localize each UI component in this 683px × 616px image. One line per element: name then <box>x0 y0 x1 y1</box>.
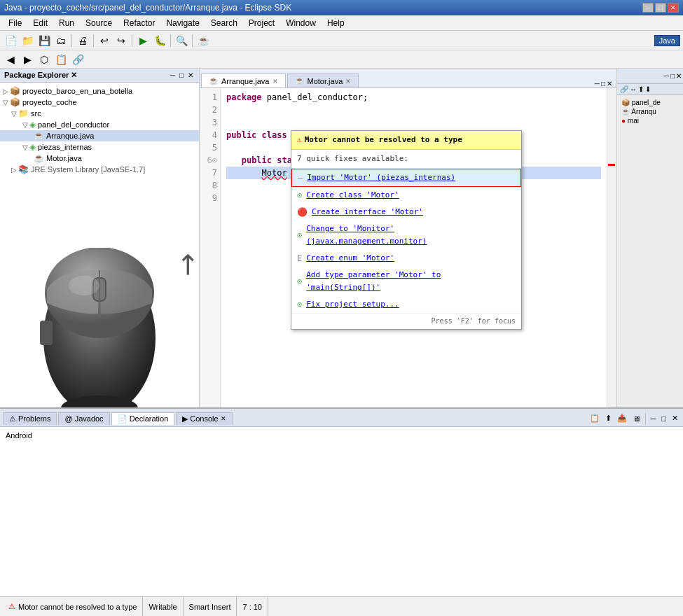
bt-btn3[interactable]: 📤 <box>615 413 629 424</box>
qf-create-enum-link[interactable]: Create enum 'Motor' <box>306 252 394 265</box>
pe-maximize-button[interactable]: □ <box>178 71 185 79</box>
close-button[interactable]: ✕ <box>668 3 679 13</box>
rp-icon1[interactable]: 🔗 <box>620 85 628 93</box>
bt-min-btn[interactable]: ─ <box>649 414 658 424</box>
redo-button[interactable]: ↪ <box>113 33 129 48</box>
menu-project[interactable]: Project <box>243 17 280 29</box>
qf-create-interface-link[interactable]: Create interface 'Motor' <box>312 206 423 218</box>
undo-button[interactable]: ↩ <box>97 33 112 48</box>
java-perspective-button[interactable]: ☕ <box>195 33 211 48</box>
line-num-1: 1 <box>202 91 217 104</box>
bt-btn1[interactable]: 📋 <box>588 413 602 424</box>
rp-min-btn[interactable]: ─ <box>664 72 669 80</box>
pe-close-button[interactable]: ✕ <box>186 71 195 79</box>
qf-change-monitor-link[interactable]: Change to 'Monitor' (javax.management.mo… <box>306 223 516 248</box>
qf-item-create-interface[interactable]: 🔴 Create interface 'Motor' <box>291 204 521 220</box>
bt-close-btn[interactable]: ✕ <box>670 413 680 424</box>
menu-edit[interactable]: Edit <box>27 17 53 29</box>
qf-item-import[interactable]: – Import 'Motor' (piezas_internas) <box>291 169 521 187</box>
menu-navigate[interactable]: Navigate <box>160 17 205 29</box>
tab-console[interactable]: ▶ Console ✕ <box>176 412 232 425</box>
qf-error-icon: ⚠ <box>297 134 302 146</box>
tree-item-piezas[interactable]: ▽ ◈ piezas_internas <box>0 141 199 153</box>
minimize-button[interactable]: ─ <box>642 3 654 13</box>
tab-arranque-label: Arranque.java <box>221 77 270 85</box>
save-all-button[interactable]: 🗂 <box>53 33 69 48</box>
tree-item-panel[interactable]: ▽ ◈ panel_del_conductor <box>0 119 199 130</box>
new-button[interactable]: 📄 <box>3 33 18 48</box>
rp-item-panel[interactable]: 📦 panel_de <box>620 98 680 107</box>
bt-max-btn[interactable]: □ <box>659 414 668 424</box>
menu-run[interactable]: Run <box>53 17 80 29</box>
qf-add-param-link[interactable]: Add type parameter 'Motor' to 'main(Stri… <box>306 269 516 294</box>
open-button[interactable]: 📁 <box>20 33 35 48</box>
status-position-section: 7 : 10 <box>237 597 268 616</box>
qf-item-change-monitor[interactable]: ⊙ Change to 'Monitor' (javax.management.… <box>291 220 521 250</box>
code-area[interactable]: package panel_del_conductor; public clas… <box>221 88 607 407</box>
tree-item-motor[interactable]: ☕ Motor.java <box>0 153 199 164</box>
tree-label-src: src <box>31 109 41 118</box>
back-button[interactable]: ◀ <box>3 52 18 67</box>
debug-button[interactable]: 🐛 <box>152 33 167 48</box>
menu-refactor[interactable]: Refactor <box>118 17 160 29</box>
qf-item-create-class[interactable]: ⊙ Create class 'Motor' <box>291 187 521 204</box>
tab-declaration[interactable]: 📄 Declaration <box>111 412 175 425</box>
library-icon-jre: 📚 <box>18 164 29 174</box>
menu-help[interactable]: Help <box>322 17 350 29</box>
save-button[interactable]: 💾 <box>36 33 52 48</box>
print-button[interactable]: 🖨 <box>75 33 90 48</box>
editor-close-button[interactable]: ✕ <box>607 80 612 88</box>
editor-min-button[interactable]: ─ <box>595 80 600 88</box>
editor-area: ☕ Arranque.java ✕ ☕ Motor.java ✕ ─ □ ✕ 1… <box>200 69 616 407</box>
tree-arrow-coche: ▽ <box>3 99 8 106</box>
tree-item-coche[interactable]: ▽ 📦 proyecto_coche <box>0 97 199 108</box>
menu-file[interactable]: File <box>3 17 27 29</box>
right-tree: 📦 panel_de ☕ Arranqu ● mai <box>617 95 683 407</box>
titlebar-controls: ─ □ ✕ <box>642 3 679 13</box>
tree-item-jre[interactable]: ▷ 📚 JRE System Library [JavaSE-1.7] <box>0 164 199 175</box>
rp-icon-main: ● <box>621 117 626 125</box>
hierarchy-button[interactable]: ⬡ <box>36 52 52 67</box>
tree-item-src[interactable]: ▽ 📁 src <box>0 108 199 119</box>
members-button[interactable]: 📋 <box>53 52 69 67</box>
pe-minimize-button[interactable]: ─ <box>169 71 177 79</box>
nav-button[interactable]: 🔗 <box>70 52 85 67</box>
qf-import-link[interactable]: Import 'Motor' (piezas_internas) <box>307 172 455 184</box>
tree-label-panel: panel_del_conductor <box>38 120 109 129</box>
tree-item-arranque[interactable]: ☕ Arranque.java <box>0 130 199 141</box>
tab-arranque-close[interactable]: ✕ <box>272 78 278 85</box>
rp-icon2[interactable]: ↔ <box>630 85 637 93</box>
rp-max-btn[interactable]: □ <box>670 72 675 80</box>
toolbar1: 📄 📁 💾 🗂 🖨 ↩ ↪ ▶ 🐛 🔍 ☕ Java <box>0 31 683 50</box>
run-button[interactable]: ▶ <box>135 33 151 48</box>
tab-problems[interactable]: ⚠ Problems <box>3 412 57 425</box>
menu-window[interactable]: Window <box>280 17 322 29</box>
tab-motor[interactable]: ☕ Motor.java ✕ <box>287 74 359 88</box>
tab-arranque[interactable]: ☕ Arranque.java ✕ <box>201 74 286 88</box>
java-badge[interactable]: Java <box>654 35 680 46</box>
tab-console-close[interactable]: ✕ <box>221 415 226 422</box>
qf-item-fix-project[interactable]: ⊙ Fix project setup... <box>291 296 521 313</box>
maximize-button[interactable]: □ <box>655 3 666 13</box>
package-icon-panel: ◈ <box>29 120 36 130</box>
qf-item-add-param[interactable]: ⊙ Add type parameter 'Motor' to 'main(St… <box>291 267 521 296</box>
bt-btn2[interactable]: ⬆ <box>603 413 614 424</box>
qf-item-create-enum[interactable]: E Create enum 'Motor' <box>291 250 521 267</box>
tree-item-barco[interactable]: ▷ 📦 proyecto_barco_en_una_botella <box>0 85 199 97</box>
menu-source[interactable]: Source <box>80 17 118 29</box>
rp-icon4[interactable]: ⬇ <box>645 85 651 93</box>
menu-search[interactable]: Search <box>205 17 243 29</box>
rp-item-main[interactable]: ● mai <box>620 116 680 125</box>
tab-javadoc[interactable]: @ Javadoc <box>58 412 109 425</box>
bt-btn4[interactable]: 🖥 <box>630 414 642 424</box>
editor-max-button[interactable]: □ <box>601 80 605 88</box>
rp-icon3[interactable]: ⬆ <box>638 85 644 93</box>
rp-item-arranque[interactable]: ☕ Arranqu <box>620 107 680 116</box>
rp-close-btn[interactable]: ✕ <box>676 72 682 80</box>
qf-fix-project-link[interactable]: Fix project setup... <box>306 298 399 311</box>
forward-button[interactable]: ▶ <box>20 52 35 67</box>
search-button[interactable]: 🔍 <box>174 33 189 48</box>
tab-motor-close[interactable]: ✕ <box>345 78 351 85</box>
sep2 <box>93 34 94 47</box>
qf-create-class-link[interactable]: Create class 'Motor' <box>306 189 399 202</box>
